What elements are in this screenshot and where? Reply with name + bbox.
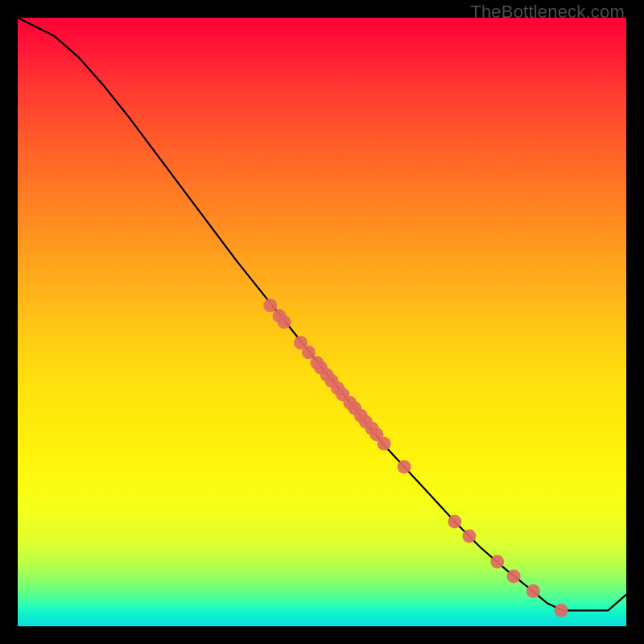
chart-frame: TheBottleneck.com	[0, 0, 644, 644]
data-point	[462, 530, 476, 543]
data-point	[263, 299, 277, 312]
plot-area	[18, 18, 626, 626]
data-point	[378, 437, 391, 451]
curve-line	[18, 18, 626, 610]
scatter-dots	[263, 299, 568, 617]
data-point	[490, 555, 504, 568]
data-point	[526, 584, 540, 598]
chart-svg	[18, 18, 626, 626]
data-point	[555, 604, 568, 617]
data-point	[507, 570, 521, 584]
data-point	[448, 514, 461, 528]
data-point	[278, 316, 291, 329]
data-point	[398, 460, 411, 473]
watermark-text: TheBottleneck.com	[470, 2, 625, 23]
